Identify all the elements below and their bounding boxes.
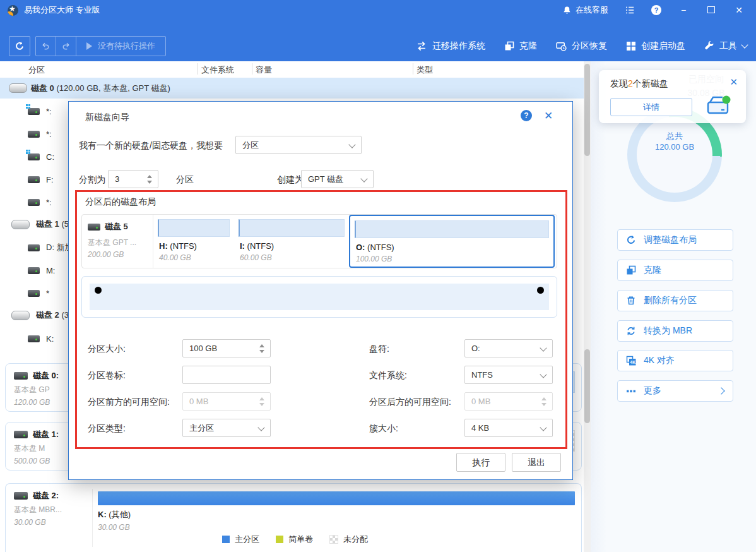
- partition-size-stepper[interactable]: 100 GB: [182, 339, 271, 357]
- disk-style-select[interactable]: GPT 磁盘: [301, 170, 374, 188]
- adjust-layout-button[interactable]: 调整磁盘布局: [617, 229, 733, 251]
- stepper-down-icon[interactable]: [259, 350, 264, 353]
- column-type: 类型: [416, 64, 433, 76]
- execute-button[interactable]: 执行: [456, 453, 505, 472]
- operations-list-icon[interactable]: [625, 5, 635, 15]
- split-unit-label: 分区: [176, 174, 194, 186]
- tree-item-volume[interactable]: *:: [28, 105, 52, 117]
- tree-item-volume[interactable]: K:: [28, 333, 54, 344]
- split-count-stepper[interactable]: 3: [108, 170, 158, 188]
- refresh-button[interactable]: [9, 36, 30, 56]
- dialog-close-icon[interactable]: ✕: [544, 109, 553, 123]
- nav-tools[interactable]: 工具: [704, 40, 747, 52]
- tree-item-volume[interactable]: D: 新加: [28, 242, 73, 253]
- redo-button[interactable]: [56, 37, 76, 56]
- drive-icon: [28, 244, 40, 251]
- disk-icon: [88, 224, 100, 231]
- card-disk-name: 磁盘 1:: [33, 429, 59, 440]
- scrollbar-thumb[interactable]: [584, 64, 590, 156]
- total-label: 总共: [627, 131, 722, 142]
- partition-type-select[interactable]: 主分区: [182, 419, 271, 437]
- nav-clone[interactable]: 克隆: [504, 40, 537, 52]
- nav-create-bootable-disk[interactable]: 创建启动盘: [626, 40, 685, 52]
- pending-operations-button[interactable]: 没有待执行操作: [76, 37, 165, 56]
- tree-item-volume[interactable]: F:: [28, 174, 54, 185]
- tree-item-volume[interactable]: M:: [28, 265, 55, 276]
- space-after-stepper[interactable]: 0 MB: [464, 392, 553, 411]
- drive-letter-label: 盘符:: [369, 344, 389, 355]
- 4k-align-button[interactable]: 4K 4K 对齐: [617, 350, 733, 371]
- close-button[interactable]: ✕: [733, 5, 745, 15]
- space-before-stepper[interactable]: 0 MB: [182, 392, 271, 411]
- online-support-button[interactable]: 在线客服: [562, 4, 608, 16]
- legend-primary-swatch: [222, 536, 230, 543]
- partition-cell-o-selected[interactable]: O: (NTFS) 100.00 GB: [349, 215, 555, 268]
- drive-icon: [28, 131, 40, 138]
- card-disk-name: 磁盘 2:: [33, 490, 59, 501]
- pending-operations-label: 没有待执行操作: [98, 40, 155, 52]
- details-button[interactable]: 详情: [610, 98, 692, 116]
- stepper-up-icon[interactable]: [147, 175, 152, 178]
- dialog-help-icon[interactable]: ?: [521, 110, 532, 121]
- nav-migrate-os[interactable]: 迁移操作系统: [416, 40, 485, 52]
- maximize-button[interactable]: [706, 5, 717, 15]
- volume-label-input[interactable]: [182, 366, 271, 384]
- more-button[interactable]: 更多: [617, 380, 733, 402]
- refresh-icon: [15, 41, 25, 51]
- partition-cell-i[interactable]: I: (NTFS) 60.00 GB: [234, 215, 349, 268]
- intro-label: 我有一个新的硬盘/固态硬盘，我想要: [79, 140, 223, 152]
- slider-handle-left[interactable]: [95, 287, 102, 294]
- slider-handle-right[interactable]: [537, 287, 544, 294]
- preview-disk-type: 基本盘 GPT ...: [88, 237, 136, 248]
- cluster-size-label: 簇大小:: [369, 423, 398, 435]
- size-label: 分区大小:: [88, 344, 126, 355]
- tree-item-volume[interactable]: *:: [28, 128, 52, 140]
- scrollbar-thumb-2[interactable]: [584, 349, 590, 423]
- tree-item-volume[interactable]: C:: [28, 151, 54, 162]
- action-select[interactable]: 分区: [235, 136, 362, 154]
- disk0-row[interactable]: 磁盘 0 (120.00 GB, 基本盘, GPT 磁盘): [0, 78, 584, 99]
- tree-item-volume[interactable]: *:: [28, 196, 52, 208]
- undo-button[interactable]: [36, 37, 56, 56]
- drive-letter-select[interactable]: O:: [464, 339, 553, 357]
- cluster-size-select[interactable]: 4 KB: [464, 419, 553, 437]
- partition-bar: [355, 220, 549, 238]
- volume-label-label: 分区卷标:: [88, 370, 126, 381]
- column-partition: 分区: [28, 64, 45, 76]
- play-icon: [86, 42, 92, 50]
- clone-button[interactable]: 克隆: [617, 260, 733, 281]
- convert-to-mbr-button[interactable]: 转换为 MBR: [617, 320, 733, 342]
- drive-icon: [28, 267, 40, 274]
- preview-disk-size: 200.00 GB: [88, 250, 124, 259]
- app-logo-icon: ★: [8, 5, 18, 16]
- preview-disk-name: 磁盘 5: [105, 221, 128, 232]
- chevron-down-icon: [540, 424, 546, 431]
- stepper-down-icon[interactable]: [147, 181, 152, 184]
- partition-cell-h[interactable]: H: (NTFS) 40.00 GB: [153, 215, 234, 268]
- chevron-down-icon: [257, 424, 264, 431]
- tree-item-disk1[interactable]: 磁盘 1 (5: [11, 219, 69, 230]
- slider-track[interactable]: [90, 284, 549, 310]
- column-filesystem: 文件系统: [201, 64, 234, 76]
- minimize-button[interactable]: −: [678, 5, 689, 15]
- delete-all-partitions-button[interactable]: 删除所有分区: [617, 290, 733, 311]
- nav-partition-recovery[interactable]: 分区恢复: [556, 40, 607, 52]
- tree-item-volume[interactable]: *: [28, 287, 49, 299]
- filesystem-select[interactable]: NTFS: [464, 366, 553, 384]
- app-title: 易我分区大师 专业版: [24, 4, 100, 16]
- notification-close-icon[interactable]: ✕: [729, 76, 738, 88]
- disk-layout-preview: 磁盘 5 基本盘 GPT ... 200.00 GB H: (NTFS) 40.…: [81, 214, 557, 268]
- column-capacity: 容量: [256, 64, 272, 76]
- disk2-partition-k-bar[interactable]: [98, 491, 575, 505]
- filesystem-label: 文件系统:: [369, 370, 407, 381]
- dialog-title: 新磁盘向导: [85, 112, 129, 123]
- tree-item-disk2[interactable]: 磁盘 2 (3: [11, 309, 69, 321]
- disk-icon: [14, 431, 28, 438]
- exit-button[interactable]: 退出: [512, 453, 561, 472]
- disk-icon: [9, 83, 27, 93]
- system-drive-icon: [28, 108, 40, 115]
- disk-icon: [14, 492, 28, 500]
- stepper-up-icon[interactable]: [259, 344, 264, 347]
- help-icon[interactable]: ?: [651, 5, 661, 15]
- clone-icon: [626, 265, 636, 275]
